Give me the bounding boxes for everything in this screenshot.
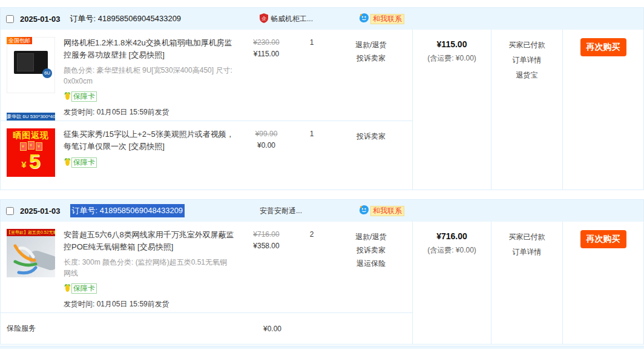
order-body: 【至尊款】超五类0.52无氧铜 安普超五5六6八8类网线家用千万兆室外双屏蔽监控… bbox=[1, 222, 643, 344]
shipping-fee-note: (含运费: ¥0.00) bbox=[413, 53, 491, 64]
image-caption-strip: 豪华款 6U 530*300*400mm bbox=[7, 113, 55, 121]
products-column: 全国包邮 6U 豪华款 6U 530*300*400mm 网络机柜1.2米1.8… bbox=[1, 30, 413, 190]
corn-icon bbox=[64, 91, 71, 102]
status-paid: 买家已付款 bbox=[491, 229, 562, 245]
buy-again-button[interactable]: 再次购买 bbox=[580, 230, 626, 248]
snapshot-link[interactable]: [交易快照] bbox=[135, 242, 173, 251]
contact-seller-button[interactable]: 和我联系 bbox=[359, 205, 404, 217]
order-total-cell: ¥115.00 (含运费: ¥0.00) bbox=[413, 30, 491, 190]
envelope-icon: ¥ bbox=[28, 141, 34, 150]
quantity: 2 bbox=[294, 229, 330, 312]
order-detail-link[interactable]: 订单详情 bbox=[491, 245, 562, 260]
complain-seller-link[interactable]: 投诉卖家 bbox=[330, 51, 412, 65]
product-title[interactable]: 安普超五5六6八8类网线家用千万兆室外双屏蔽监控POE纯无氧铜整箱 [交易快照] bbox=[64, 229, 234, 253]
complain-seller-link[interactable]: 投诉卖家 bbox=[330, 130, 412, 143]
rebate-image: 晒图返现 ¥ ¥ ¥ ¥ 5 bbox=[7, 128, 55, 177]
actions-cell: 退款/退货 投诉卖家 bbox=[330, 37, 412, 121]
contact-seller-button[interactable]: 和我联系 bbox=[359, 13, 404, 25]
product-image[interactable]: 晒图返现 ¥ ¥ ¥ ¥ 5 bbox=[7, 128, 55, 190]
order-status-cell: 买家已付款 订单详情 退货宝 bbox=[491, 30, 563, 190]
order-action-cell: 再次购买 bbox=[563, 30, 643, 190]
warranty-badge: 保障卡 bbox=[64, 157, 234, 168]
corn-icon bbox=[64, 157, 71, 168]
product-title[interactable]: 征集买家秀/15字以上+2~5张美观照片或者视频，每笔订单仅限一次 [交易快照] bbox=[64, 128, 234, 153]
contact-label: 和我联系 bbox=[370, 206, 404, 216]
order-total-amount: ¥716.00 bbox=[413, 231, 491, 241]
select-order-checkbox[interactable] bbox=[6, 15, 14, 23]
insurance-price: ¥0.00 bbox=[245, 325, 300, 333]
return-shipping-insurance-link[interactable]: 退运保险 bbox=[330, 257, 412, 270]
order-header: 2025-01-03 订单号: 4189585069045433209 企 畅威… bbox=[1, 8, 643, 30]
contact-label: 和我联系 bbox=[370, 14, 404, 24]
product-info: 征集买家秀/15字以上+2~5张美观照片或者视频，每笔订单仅限一次 [交易快照]… bbox=[64, 128, 239, 190]
original-price: ¥716.00 bbox=[239, 230, 294, 239]
image-banner: 【至尊款】超五类0.52无氧铜 bbox=[7, 229, 55, 236]
free-shipping-tag: 全国包邮 bbox=[7, 37, 32, 44]
shield-icon: 企 bbox=[260, 13, 268, 25]
product-title[interactable]: 网络机柜1.2米1.8米42u交换机箱弱电加厚机房监控服务器功放壁挂 [交易快照… bbox=[64, 37, 234, 61]
product-image[interactable]: 【至尊款】超五类0.52无氧铜 bbox=[7, 229, 55, 312]
current-price: ¥358.00 bbox=[239, 242, 294, 250]
current-price: ¥115.00 bbox=[239, 50, 294, 58]
order-number: 订单号: 4189585069045433209 bbox=[70, 13, 182, 24]
store-link[interactable]: 企 畅威机柜工... bbox=[260, 13, 313, 25]
order-body: 全国包邮 6U 豪华款 6U 530*300*400mm 网络机柜1.2米1.8… bbox=[1, 30, 643, 190]
cable-art bbox=[7, 236, 55, 277]
cabinet-art: 6U bbox=[14, 51, 48, 74]
actions-cell: 投诉卖家 bbox=[330, 128, 412, 190]
actions-cell: 退款/退货 投诉卖家 退运保险 bbox=[330, 229, 412, 312]
rebate-number: 5 bbox=[29, 150, 41, 172]
original-price: ¥99.90 bbox=[239, 130, 294, 138]
product-row: 全国包邮 6U 豪华款 6U 530*300*400mm 网络机柜1.2米1.8… bbox=[1, 30, 412, 121]
refund-link[interactable]: 退款/退货 bbox=[330, 38, 412, 51]
warranty-badge-label: 保障卡 bbox=[71, 157, 97, 168]
order-date: 2025-01-03 bbox=[20, 15, 61, 24]
envelope-icon: ¥ bbox=[20, 142, 27, 151]
order-action-cell: 再次购买 bbox=[563, 222, 643, 344]
product-row: 晒图返现 ¥ ¥ ¥ ¥ 5 征集买家秀/15字以上+2~5张美观照片或者视频 bbox=[1, 121, 412, 190]
cabinet-image: 6U bbox=[7, 37, 55, 93]
order-detail-link[interactable]: 订单详情 bbox=[491, 53, 562, 68]
currency-symbol: ¥ bbox=[21, 159, 26, 170]
order-date: 2025-01-03 bbox=[20, 206, 61, 216]
ship-time: 发货时间: 01月05日 15:59前发货 bbox=[64, 299, 234, 309]
sku-text: 长度: 300m 颜色分类: (监控网络)超五类0.51无氧铜网线 bbox=[64, 257, 234, 279]
store-name: 安普安耐通... bbox=[260, 206, 302, 216]
order-header: 2025-01-03 订单号: 4189585069048433209 安普安耐… bbox=[1, 200, 643, 222]
warranty-badge-label: 保障卡 bbox=[71, 91, 97, 102]
warranty-badge-label: 保障卡 bbox=[71, 283, 97, 294]
product-image[interactable]: 全国包邮 6U 豪华款 6U 530*300*400mm bbox=[7, 37, 55, 121]
snapshot-link[interactable]: [交易快照] bbox=[126, 50, 165, 59]
select-order-checkbox[interactable] bbox=[6, 207, 14, 215]
insurance-service-row: 保险服务 ¥0.00 bbox=[1, 312, 412, 344]
corn-icon bbox=[64, 283, 71, 294]
wangwang-icon bbox=[359, 205, 369, 217]
cabinet-door-art bbox=[17, 53, 34, 71]
insurance-service-label: 保险服务 bbox=[7, 323, 245, 334]
warranty-badge: 保障卡 bbox=[64, 283, 234, 294]
products-column: 【至尊款】超五类0.52无氧铜 安普超五5六6八8类网线家用千万兆室外双屏蔽监控… bbox=[1, 222, 413, 344]
snapshot-link[interactable]: [交易快照] bbox=[126, 142, 165, 151]
product-info: 安普超五5六6八8类网线家用千万兆室外双屏蔽监控POE纯无氧铜整箱 [交易快照]… bbox=[64, 229, 239, 312]
current-price: ¥0.00 bbox=[239, 141, 294, 150]
price-cell: ¥230.00 ¥115.00 bbox=[239, 37, 294, 121]
cable-image: 【至尊款】超五类0.52无氧铜 bbox=[7, 229, 55, 277]
rebate-amount: ¥ 5 bbox=[7, 150, 55, 172]
wangwang-icon bbox=[359, 13, 369, 25]
rebate-title: 晒图返现 bbox=[7, 130, 55, 141]
price-cell: ¥99.90 ¥0.00 bbox=[239, 128, 294, 190]
product-info: 网络机柜1.2米1.8米42u交换机箱弱电加厚机房监控服务器功放壁挂 [交易快照… bbox=[64, 37, 239, 121]
ship-time: 发货时间: 01月05日 15:59前发货 bbox=[64, 107, 234, 117]
refund-link[interactable]: 退款/退货 bbox=[330, 230, 412, 243]
original-price: ¥230.00 bbox=[239, 38, 294, 47]
store-link[interactable]: 安普安耐通... bbox=[260, 206, 302, 216]
buy-again-button[interactable]: 再次购买 bbox=[580, 38, 626, 56]
svg-text:企: 企 bbox=[261, 15, 266, 21]
complain-seller-link[interactable]: 投诉卖家 bbox=[330, 243, 412, 257]
unit-badge: 6U bbox=[42, 68, 52, 78]
price-cell: ¥716.00 ¥358.00 bbox=[239, 229, 294, 312]
order-card: 2025-01-03 订单号: 4189585069048433209 安普安耐… bbox=[0, 199, 644, 345]
product-row: 【至尊款】超五类0.52无氧铜 安普超五5六6八8类网线家用千万兆室外双屏蔽监控… bbox=[1, 222, 412, 312]
status-paid: 买家已付款 bbox=[491, 38, 562, 53]
return-treasure-link[interactable]: 退货宝 bbox=[491, 68, 562, 83]
